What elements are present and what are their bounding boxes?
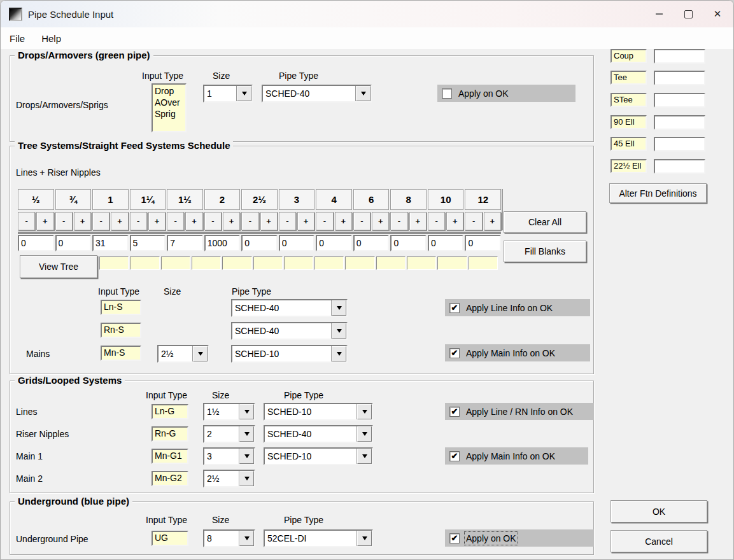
grids-riser-pipe-type-combo[interactable]: SCHED-40 <box>264 425 373 443</box>
grids-apply-main-checkbox[interactable] <box>449 451 460 461</box>
tree-apply-line-checkbox[interactable] <box>449 303 460 313</box>
tree-line-pipe-type-combo[interactable]: SCHED-40 <box>231 299 348 317</box>
increment-button[interactable]: + <box>297 212 314 230</box>
increment-button[interactable]: + <box>74 212 91 230</box>
grids-riser-size-combo[interactable]: 2 <box>203 425 255 443</box>
count-input[interactable] <box>241 235 278 251</box>
decrement-button[interactable]: - <box>18 212 35 230</box>
count-input[interactable] <box>390 235 427 251</box>
underground-pipe-type-combo[interactable]: 52CEL-DI <box>264 529 373 547</box>
chevron-down-icon[interactable] <box>357 404 372 419</box>
chevron-down-icon[interactable] <box>357 531 372 546</box>
tree-riser-pipe-type-combo[interactable]: SCHED-40 <box>231 322 348 340</box>
chevron-down-icon[interactable] <box>239 471 254 486</box>
increment-button[interactable]: + <box>36 212 53 230</box>
increment-button[interactable]: + <box>484 212 501 230</box>
increment-button[interactable]: + <box>111 212 128 230</box>
grids-lines-pipe-type-combo[interactable]: SCHED-10 <box>264 403 373 421</box>
size-header[interactable]: 8 <box>390 189 427 210</box>
count-input[interactable] <box>130 235 166 251</box>
chevron-down-icon[interactable] <box>357 426 372 442</box>
listbox-item-sprig[interactable]: Sprig <box>155 108 183 120</box>
count-input[interactable] <box>55 235 92 251</box>
count-input[interactable] <box>428 235 464 251</box>
size-header[interactable]: 10 <box>428 189 464 210</box>
maximize-button[interactable] <box>674 1 703 27</box>
count-input[interactable] <box>167 235 203 251</box>
decrement-button[interactable]: - <box>130 212 147 230</box>
count-input[interactable] <box>465 235 501 251</box>
increment-button[interactable]: + <box>223 212 240 230</box>
listbox-item-drop[interactable]: Drop <box>155 85 183 97</box>
size-header[interactable]: ¾ <box>55 189 92 210</box>
grids-main1-size-combo[interactable]: 3 <box>203 447 255 465</box>
count-input[interactable] <box>204 235 241 251</box>
decrement-button[interactable]: - <box>428 212 445 230</box>
fitting-input-coup[interactable] <box>654 49 705 64</box>
decrement-button[interactable]: - <box>353 212 371 230</box>
count-input[interactable] <box>353 235 390 251</box>
menu-help[interactable]: Help <box>33 27 69 49</box>
tree-apply-main-checkbox[interactable] <box>449 348 460 358</box>
increment-button[interactable]: + <box>185 212 202 230</box>
drops-size-combo[interactable]: 1 <box>203 85 253 102</box>
increment-button[interactable]: + <box>372 212 389 230</box>
size-header[interactable]: 1 <box>92 189 129 210</box>
grids-apply-line-checkbox[interactable] <box>449 407 460 417</box>
fitting-input-90ell[interactable] <box>654 115 705 130</box>
chevron-down-icon[interactable] <box>357 449 372 464</box>
alter-ftn-definitions-button[interactable]: Alter Ftn Definitions <box>609 183 707 203</box>
size-header[interactable]: 3 <box>279 189 315 210</box>
drops-pipe-type-combo[interactable]: SCHED-40 <box>262 85 372 102</box>
chevron-down-icon[interactable] <box>332 323 346 339</box>
size-header[interactable]: ½ <box>18 189 54 210</box>
chevron-down-icon[interactable] <box>237 86 251 101</box>
count-input[interactable] <box>316 235 352 251</box>
size-header[interactable]: 4 <box>316 189 352 210</box>
tree-main-size-combo[interactable]: 2½ <box>157 345 209 363</box>
decrement-button[interactable]: - <box>390 212 407 230</box>
increment-button[interactable]: + <box>260 212 278 230</box>
chevron-down-icon[interactable] <box>356 86 371 101</box>
fitting-input-stee[interactable] <box>654 93 705 108</box>
ok-button[interactable]: OK <box>610 500 707 522</box>
chevron-down-icon[interactable] <box>239 531 254 546</box>
decrement-button[interactable]: - <box>316 212 333 230</box>
underground-size-combo[interactable]: 8 <box>203 529 255 547</box>
chevron-down-icon[interactable] <box>239 404 254 419</box>
decrement-button[interactable]: - <box>241 212 258 230</box>
close-button[interactable] <box>703 1 732 27</box>
size-header[interactable]: 2 <box>204 189 241 210</box>
size-header[interactable]: 12 <box>465 189 501 210</box>
drops-apply-checkbox[interactable] <box>442 88 452 99</box>
increment-button[interactable]: + <box>335 212 352 230</box>
increment-button[interactable]: + <box>148 212 166 230</box>
menu-file[interactable]: File <box>1 27 33 49</box>
increment-button[interactable]: + <box>409 212 427 230</box>
count-input[interactable] <box>18 235 54 251</box>
grids-main1-pipe-type-combo[interactable]: SCHED-10 <box>264 447 373 465</box>
size-header[interactable]: 2½ <box>241 189 278 210</box>
underground-apply-checkbox[interactable] <box>449 533 460 543</box>
fitting-input-45ell[interactable] <box>654 137 705 151</box>
view-tree-button[interactable]: View Tree <box>20 255 97 278</box>
decrement-button[interactable]: - <box>465 212 482 230</box>
minimize-button[interactable] <box>644 1 674 27</box>
fitting-input-tee[interactable] <box>654 71 705 85</box>
fill-blanks-button[interactable]: Fill Blanks <box>504 241 586 262</box>
decrement-button[interactable]: - <box>279 212 296 230</box>
clear-all-button[interactable]: Clear All <box>504 211 586 233</box>
size-header[interactable]: 1¼ <box>130 189 166 210</box>
decrement-button[interactable]: - <box>204 212 222 230</box>
drops-input-type-listbox[interactable]: Drop AOver Sprig <box>152 83 187 132</box>
count-input[interactable] <box>92 235 129 251</box>
tree-main-pipe-type-combo[interactable]: SCHED-10 <box>231 345 348 363</box>
chevron-down-icon[interactable] <box>332 300 346 316</box>
chevron-down-icon[interactable] <box>239 449 254 464</box>
grids-main2-size-combo[interactable]: 2½ <box>203 470 255 487</box>
listbox-item-aover[interactable]: AOver <box>155 97 183 108</box>
fitting-input-22ell[interactable] <box>654 159 705 174</box>
decrement-button[interactable]: - <box>55 212 73 230</box>
chevron-down-icon[interactable] <box>332 346 346 361</box>
increment-button[interactable]: + <box>446 212 463 230</box>
